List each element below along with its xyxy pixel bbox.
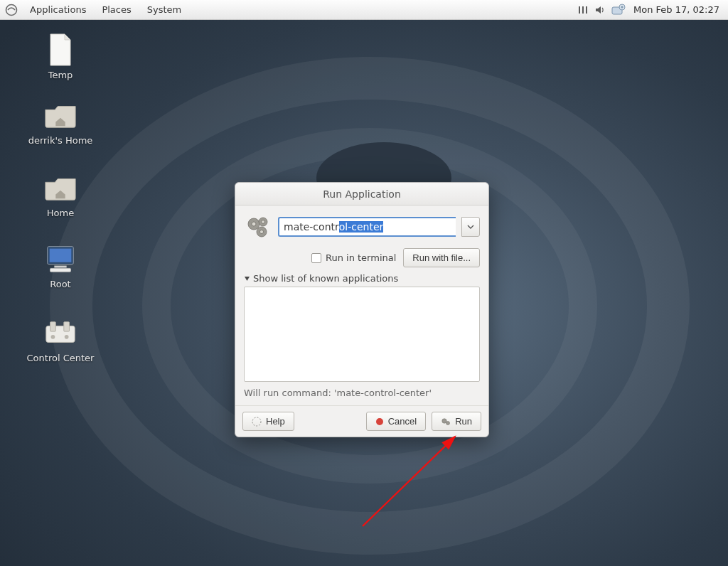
svg-rect-2	[582, 6, 584, 14]
dialog-title: Run Application	[323, 188, 401, 200]
desktop-icon-label: Temp	[21, 70, 100, 80]
help-icon	[252, 417, 262, 427]
clock[interactable]: Mon Feb 17, 02:27	[629, 1, 724, 18]
run-application-dialog: Run Application mate-control-center	[235, 182, 489, 437]
svg-rect-11	[54, 266, 66, 268]
panel-right: Mon Feb 17, 02:27	[575, 1, 724, 18]
desktop-icon-root[interactable]: Root	[21, 242, 100, 289]
file-icon	[43, 33, 77, 67]
svg-point-16	[51, 335, 55, 339]
updates-icon[interactable]	[609, 2, 628, 18]
distro-logo-icon[interactable]	[4, 3, 18, 17]
svg-point-0	[6, 4, 17, 15]
dialog-actions: Help Cancel Run	[235, 405, 488, 437]
control-center-icon	[43, 316, 77, 350]
computer-icon	[43, 242, 77, 276]
svg-point-17	[65, 335, 69, 339]
svg-point-21	[262, 220, 265, 224]
run-with-file-button[interactable]: Run with file...	[403, 248, 480, 267]
triangle-down-icon	[244, 275, 250, 282]
run-app-icon	[244, 213, 272, 241]
desktop-icon-label: Home	[21, 208, 100, 218]
desktop-icon-temp[interactable]: Temp	[21, 33, 100, 80]
svg-rect-3	[586, 6, 587, 14]
svg-point-19	[252, 222, 256, 226]
cancel-button[interactable]: Cancel	[366, 412, 426, 431]
desktop-icon-label: Control Center	[21, 353, 100, 363]
folder-home-icon	[43, 171, 77, 205]
dialog-body: mate-control-center Run in terminal Run …	[235, 205, 488, 405]
top-panel: Applications Places System Mon Feb 17, 0…	[0, 0, 728, 20]
help-button[interactable]: Help	[242, 412, 294, 431]
volume-icon[interactable]	[592, 3, 608, 17]
svg-rect-1	[579, 6, 580, 14]
svg-rect-10	[50, 249, 72, 262]
command-typed: mate-contr	[284, 221, 339, 233]
run-in-terminal-label: Run in terminal	[326, 252, 396, 263]
command-preview: Will run command: 'mate-control-center'	[244, 388, 480, 398]
network-icon[interactable]	[575, 3, 591, 17]
run-in-terminal-checkbox[interactable]: Run in terminal	[311, 252, 396, 263]
desktop-icon-label: derrik's Home	[21, 135, 100, 146]
desktop-icon-label: Root	[21, 279, 100, 289]
command-input[interactable]: mate-control-center	[278, 217, 456, 237]
svg-rect-14	[50, 322, 56, 331]
menu-system[interactable]: System	[140, 1, 188, 18]
chevron-down-icon	[467, 225, 474, 229]
svg-rect-15	[64, 322, 70, 331]
known-apps-expander[interactable]: Show list of known applications	[244, 273, 480, 284]
desktop-icon-user-home[interactable]: derrik's Home	[21, 98, 100, 146]
stop-icon	[375, 417, 384, 426]
svg-point-24	[252, 417, 261, 426]
desktop-icon-control-center[interactable]: Control Center	[21, 316, 100, 363]
svg-point-23	[259, 230, 263, 233]
folder-home-icon	[43, 98, 77, 132]
menu-places[interactable]: Places	[95, 1, 138, 18]
dialog-titlebar[interactable]: Run Application	[235, 183, 488, 205]
panel-left: Applications Places System	[4, 1, 188, 18]
checkbox-icon	[311, 253, 321, 263]
run-button[interactable]: Run	[432, 412, 481, 431]
svg-point-26	[442, 418, 446, 422]
gears-icon	[441, 417, 451, 427]
svg-point-25	[376, 418, 383, 425]
command-selection: ol-center	[339, 221, 384, 233]
desktop-icon-home[interactable]: Home	[21, 171, 100, 218]
svg-rect-12	[50, 268, 71, 272]
known-apps-list[interactable]	[244, 287, 480, 382]
command-dropdown-button[interactable]	[461, 217, 480, 237]
menu-applications[interactable]: Applications	[23, 1, 93, 18]
svg-point-27	[446, 421, 450, 424]
expander-label: Show list of known applications	[253, 273, 398, 284]
